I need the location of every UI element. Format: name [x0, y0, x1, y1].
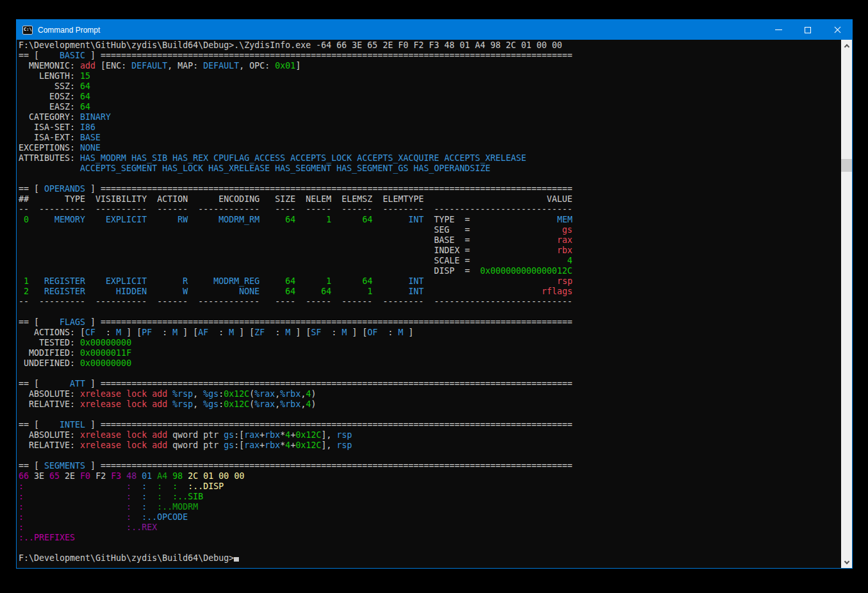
terminal-text-segment: 48: [121, 471, 136, 481]
terminal-text-segment: MEMORY: [29, 215, 85, 224]
terminal-line: -- --------- ---------- ------ ---------…: [19, 297, 841, 307]
terminal-text-segment: 4: [470, 256, 572, 265]
terminal-text-segment: rbx: [265, 430, 280, 440]
terminal-text-segment: M: [398, 328, 404, 337]
terminal-text-segment: UNDEFINED:: [19, 358, 80, 368]
terminal-line: 1 REGISTER EXPLICIT R MODRM_REG 64 1 64 …: [19, 276, 841, 287]
terminal-text-segment: 64: [331, 215, 372, 224]
terminal-text-segment: :: [19, 502, 24, 512]
terminal-text-segment: EXPLICIT: [85, 215, 147, 224]
terminal-text-segment: :: [19, 481, 24, 491]
terminal-text-segment: OPERANDS: [44, 184, 85, 194]
terminal-text-segment: rsp: [336, 440, 352, 450]
terminal-text-segment: ACCEPTS_SEGMENT HAS_LOCK HAS_XRELEASE HA…: [19, 163, 491, 173]
terminal-text-segment: ISA-EXT:: [19, 133, 80, 142]
scroll-down-button[interactable]: [841, 557, 852, 568]
maximize-icon: [805, 27, 811, 33]
terminal-text-segment: 64: [331, 276, 372, 286]
terminal-line: == [ OPERANDS ] ========================…: [19, 184, 841, 194]
title-bar[interactable]: C:\ Command Prompt: [17, 20, 852, 40]
terminal-text-segment: 65: [44, 471, 60, 481]
terminal-text-segment: 64: [80, 92, 90, 101]
terminal-text-segment: xrelease lock add: [80, 430, 167, 440]
terminal-text-segment: ] [: [347, 328, 368, 337]
terminal-text-segment: == [: [19, 317, 44, 327]
terminal-text-segment: qword ptr: [167, 430, 224, 440]
terminal-text-segment: SEG =: [19, 225, 470, 235]
terminal-text-segment: %rbx: [280, 389, 300, 399]
terminal-text-segment: BASE: [80, 133, 101, 142]
terminal-output: F:\Development\GitHub\zydis\Build64\Debu…: [17, 40, 841, 568]
terminal-text-segment: 64: [80, 102, 90, 112]
terminal-text-segment: SCALE =: [19, 256, 470, 265]
terminal-text-segment: INDEX =: [19, 246, 470, 255]
terminal-line: -- --------- ---------- ------ ---------…: [19, 205, 841, 215]
terminal-text-segment: xrelease lock add: [80, 440, 167, 450]
terminal-text-segment: == [: [19, 184, 44, 194]
chevron-up-icon: [844, 44, 849, 49]
terminal-text-segment: 64: [259, 215, 295, 224]
terminal-line: : : :..OPCODE: [19, 512, 841, 522]
terminal-text-segment: INTEL: [44, 420, 85, 430]
terminal-text-segment: xrelease lock add: [80, 389, 167, 399]
terminal-line: : : : : : :..DISP: [19, 481, 841, 492]
terminal-text-segment: LENGTH:: [19, 71, 80, 81]
terminal-text-segment: :: [19, 492, 24, 501]
terminal-text-segment: add: [80, 61, 95, 71]
terminal-text-segment: ACTIONS: [: [19, 328, 85, 337]
terminal-text-segment: xrelease lock add: [80, 399, 167, 409]
terminal-text-segment: rbx: [470, 246, 572, 255]
terminal-text-segment: ] ======================================…: [85, 420, 573, 430]
terminal-line: ACTIONS: [CF : M ] [PF : M ] [AF : M ] […: [19, 328, 841, 338]
terminal-text-segment: SEGMENTS: [44, 461, 85, 471]
terminal-line: F:\Development\GitHub\zydis\Build64\Debu…: [19, 40, 841, 51]
terminal-text-segment: ],: [321, 430, 336, 440]
terminal-line: ACCEPTS_SEGMENT HAS_LOCK HAS_XRELEASE HA…: [19, 163, 841, 174]
terminal-line: : : : :..MODRM: [19, 502, 841, 512]
terminal-text-segment: ] [: [290, 328, 311, 337]
scroll-up-button[interactable]: [841, 40, 852, 51]
terminal-text-segment: HIDDEN: [85, 287, 147, 296]
terminal-text-segment: ]: [404, 328, 414, 337]
terminal-text-segment: 0x12C: [224, 389, 249, 399]
close-icon: [833, 26, 842, 34]
scrollbar[interactable]: [841, 40, 852, 568]
terminal-text-segment: ]: [295, 61, 300, 71]
minimize-button[interactable]: [764, 20, 793, 40]
console-area[interactable]: F:\Development\GitHub\zydis\Build64\Debu…: [17, 40, 852, 568]
terminal-line: EASZ: 64: [19, 102, 841, 112]
terminal-line: SSZ: 64: [19, 81, 841, 92]
terminal-text-segment: ] [: [177, 328, 198, 337]
terminal-text-segment: rflags: [423, 287, 572, 296]
maximize-button[interactable]: [793, 20, 823, 40]
terminal-text-segment: :: [95, 328, 116, 337]
terminal-text-segment: 1: [295, 276, 331, 286]
scrollbar-thumb[interactable]: [841, 159, 852, 172]
terminal-text-segment: :: [265, 328, 285, 337]
close-button[interactable]: [823, 20, 852, 40]
terminal-text-segment: gs: [470, 225, 572, 235]
terminal-text-segment: EXCEPTIONS:: [19, 143, 80, 153]
terminal-text-segment: 1: [19, 276, 29, 286]
terminal-text-segment: -- --------- ---------- ------ ---------…: [19, 297, 573, 306]
terminal-line: RELATIVE: xrelease lock add %rsp, %gs:0x…: [19, 399, 841, 410]
terminal-text-segment: ] ======================================…: [85, 379, 573, 388]
terminal-text-segment: %rsp: [167, 389, 193, 399]
terminal-text-segment: %gs: [198, 389, 218, 399]
terminal-text-segment: F:\Development\GitHub\zydis\Build64\Debu…: [19, 40, 562, 50]
terminal-text-segment: ],: [321, 440, 336, 450]
terminal-text-segment: INT: [372, 276, 423, 286]
terminal-text-segment: :: [147, 492, 162, 501]
terminal-text-segment: W: [147, 287, 188, 296]
terminal-text-segment: %rsp: [167, 399, 193, 409]
terminal-text-segment: M: [116, 328, 121, 337]
terminal-line: [19, 543, 841, 553]
terminal-line: [19, 307, 841, 317]
terminal-text-segment: :: [24, 481, 131, 491]
terminal-text-segment: 98: [167, 471, 183, 481]
terminal-text-segment: 3E: [29, 471, 44, 481]
terminal-line: SEG = gs: [19, 225, 841, 235]
terminal-text-segment: SSZ:: [19, 81, 80, 91]
terminal-text-segment: RELATIVE:: [19, 440, 80, 450]
terminal-text-segment: 1: [295, 215, 331, 224]
